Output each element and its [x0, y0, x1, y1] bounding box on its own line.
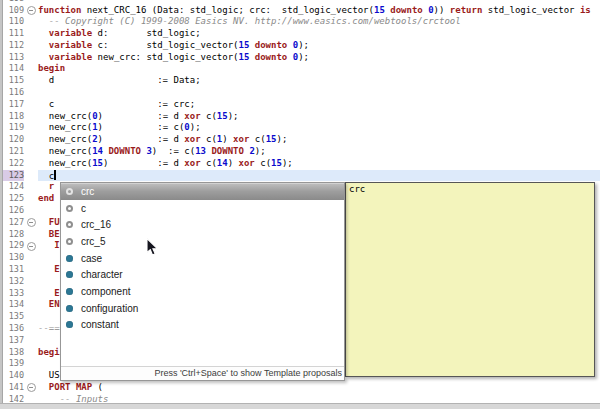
- line-number: 122: [3, 158, 24, 170]
- fold-cell: [24, 28, 38, 40]
- code-token: DOWNTO: [211, 146, 244, 156]
- keyword-dot-icon: [66, 255, 73, 262]
- line-number: 140: [3, 370, 24, 382]
- code-line[interactable]: new_crc(2) := d xor c(1) xor c(15);: [38, 134, 600, 146]
- content-assist-popup: crcccrc_16crc_5casecharactercomponentcon…: [60, 182, 345, 381]
- editor-bottom-edge: [0, 403, 600, 409]
- code-token: 15: [239, 52, 250, 62]
- code-token: 15: [266, 134, 277, 144]
- code-token: downto: [390, 5, 423, 15]
- gutter-row: 126: [3, 205, 38, 217]
- collapse-fold-icon[interactable]: [27, 6, 36, 15]
- line-number: 110: [3, 16, 24, 28]
- code-token: xor: [239, 158, 255, 168]
- line-number: 139: [3, 358, 24, 370]
- fold-cell: [24, 16, 38, 28]
- proposal-info-text: crc: [349, 184, 365, 194]
- line-number: 127: [3, 217, 24, 229]
- code-line[interactable]: new_crc(15) := d xor c(14) xor c(15);: [38, 158, 600, 170]
- code-token: r: [49, 181, 54, 191]
- proposal-label: crc_16: [81, 219, 111, 230]
- variable-ring-icon: [66, 205, 73, 212]
- code-token: xor: [233, 134, 249, 144]
- keyword-dot-icon: [65, 270, 74, 279]
- code-line[interactable]: variable c: std_logic_vector(15 downto 0…: [38, 40, 600, 52]
- proposal-item-constant[interactable]: constant: [61, 317, 344, 334]
- proposal-item-crc_16[interactable]: crc_16: [61, 216, 344, 233]
- line-number: 129: [3, 240, 24, 252]
- line-number: 115: [3, 75, 24, 87]
- content-assist-status: Press 'Ctrl+Space' to show Template prop…: [61, 366, 344, 380]
- code-token: )): [434, 5, 450, 15]
- proposal-item-component[interactable]: component: [61, 283, 344, 300]
- variable-ring-icon: [66, 188, 73, 195]
- line-number: 128: [3, 229, 24, 241]
- collapse-fold-icon[interactable]: [27, 218, 36, 227]
- code-line[interactable]: variable d: std_logic;: [38, 28, 600, 40]
- code-token: [38, 382, 49, 392]
- gutter-row: 141: [3, 382, 38, 394]
- code-line[interactable]: [38, 87, 600, 99]
- code-token: I: [54, 240, 59, 250]
- code-token: 14: [92, 146, 103, 156]
- code-token: new_crc(: [38, 146, 92, 156]
- code-token: xor: [184, 134, 200, 144]
- gutter-row: 125: [3, 193, 38, 205]
- collapse-fold-icon[interactable]: [27, 383, 36, 392]
- code-line[interactable]: -- Copyright (C) 1999-2008 Easics NV. ht…: [38, 16, 600, 28]
- gutter-row: 124: [3, 181, 38, 193]
- code-token: d := Data;: [38, 75, 201, 85]
- code-token: [38, 229, 49, 239]
- code-line[interactable]: new_crc(14 DOWNTO 3) := c(13 DOWNTO 2);: [38, 146, 600, 158]
- code-line[interactable]: new_crc(0) := d xor c(15);: [38, 111, 600, 123]
- code-token: [38, 52, 49, 62]
- gutter-row: 135: [3, 311, 38, 323]
- fold-cell: [24, 382, 38, 394]
- variable-ring-icon: [65, 237, 74, 246]
- fold-cell: [24, 5, 38, 17]
- line-number: 130: [3, 252, 24, 264]
- code-line[interactable]: function next_CRC_16 (Data: std_logic; c…: [38, 5, 600, 17]
- fold-cell: [24, 75, 38, 87]
- collapse-fold-icon[interactable]: [27, 242, 36, 251]
- code-line-current[interactable]: c: [38, 170, 600, 182]
- proposal-item-crc[interactable]: crc: [61, 183, 344, 200]
- code-token: 15: [271, 158, 282, 168]
- proposal-item-character[interactable]: character: [61, 266, 344, 283]
- code-line[interactable]: begin: [38, 63, 600, 75]
- code-token: c(: [249, 134, 265, 144]
- line-number: 126: [3, 205, 24, 217]
- variable-ring-icon: [65, 187, 74, 196]
- fold-cell: [24, 217, 38, 229]
- code-token: function: [38, 5, 81, 15]
- fold-cell: [24, 276, 38, 288]
- gutter-row: 140: [3, 370, 38, 382]
- gutter-row: 113: [3, 52, 38, 64]
- proposal-item-configuration[interactable]: configuration: [61, 300, 344, 317]
- proposal-label: constant: [81, 319, 119, 330]
- proposal-item-c[interactable]: c: [61, 200, 344, 217]
- code-token: -- Copyright (C) 1999-2008 Easics NV. ht…: [38, 16, 461, 26]
- code-line[interactable]: variable new_crc: std_logic_vector(15 do…: [38, 52, 600, 64]
- fold-minus-glyph: [29, 387, 33, 388]
- line-number: 123: [3, 170, 24, 182]
- fold-cell: [24, 134, 38, 146]
- proposal-item-case[interactable]: case: [61, 250, 344, 267]
- code-token: US: [38, 370, 60, 380]
- code-line[interactable]: new_crc(1) := c(0);: [38, 122, 600, 134]
- code-token: c(: [201, 134, 217, 144]
- keyword-dot-icon: [66, 305, 73, 312]
- proposal-item-crc_5[interactable]: crc_5: [61, 233, 344, 250]
- code-line[interactable]: d := Data;: [38, 75, 600, 87]
- line-number: 141: [3, 382, 24, 394]
- code-token: [38, 240, 54, 250]
- code-token: [38, 217, 49, 227]
- code-line[interactable]: c := crc;: [38, 99, 600, 111]
- code-token: end: [38, 193, 54, 203]
- line-number: 134: [3, 299, 24, 311]
- code-token: xor: [184, 158, 200, 168]
- fold-cell: [24, 323, 38, 335]
- code-line[interactable]: PORT MAP (: [38, 382, 600, 394]
- code-token: [38, 28, 49, 38]
- fold-cell: [24, 358, 38, 370]
